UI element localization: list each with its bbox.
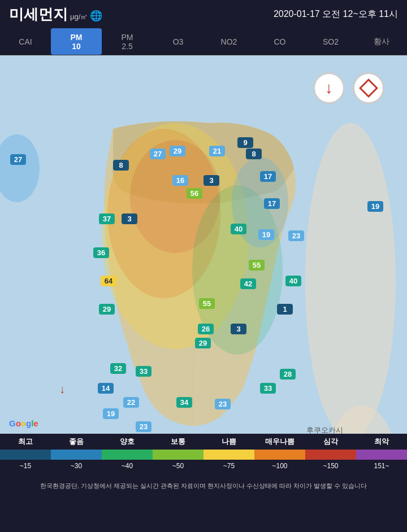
map-badge-21: 42	[240, 278, 256, 289]
map-badge-16: 23	[288, 230, 304, 241]
legend-color-심각	[305, 450, 356, 460]
tab-co[interactable]: CO	[254, 28, 305, 55]
tab-hwangsa[interactable]: 황사	[356, 28, 407, 55]
map-badge-13: 37	[99, 213, 115, 224]
map-badge-29: 28	[280, 369, 296, 380]
map-badge-10: 3	[204, 175, 219, 186]
map-badge-34: 22	[123, 397, 139, 408]
legend-label-매우나쁨: 매우나쁨	[254, 437, 305, 447]
legend-color-나쁨	[204, 450, 254, 460]
who-icon: 🌐	[90, 10, 102, 22]
map-badge-12: 17	[264, 198, 280, 209]
map-badge-30: 33	[260, 383, 276, 394]
svg-point-1	[305, 123, 396, 434]
map-badge-7: 17	[260, 171, 276, 182]
map-badge-18: 36	[93, 247, 109, 258]
legend-ranges: ~15~30~40~50~75~100~150151~	[0, 460, 407, 472]
legend-label-심각: 심각	[305, 437, 356, 447]
header: 미세먼지 μg/㎥ 🌐 2020-01-17 오전 12~오후 11시	[0, 0, 407, 28]
map-badge-25: 1	[277, 304, 293, 315]
legend-color-최악	[356, 450, 407, 460]
legend-range-매우나쁨: ~100	[254, 462, 305, 470]
tab-so2[interactable]: SO2	[305, 28, 356, 55]
map-badge-31: 32	[110, 363, 126, 374]
legend-label-최고: 최고	[0, 437, 51, 447]
tab-no2[interactable]: NO2	[204, 28, 254, 55]
legend-label-나쁨: 나쁨	[204, 437, 254, 447]
google-logo: Google	[9, 418, 38, 428]
legend-range-최고: ~15	[0, 462, 51, 470]
map-badge-33: 14	[98, 383, 114, 394]
map-badge-4: 27	[150, 149, 166, 159]
tab-o3[interactable]: O3	[153, 28, 204, 55]
diamond-icon	[359, 79, 378, 98]
legend-range-좋음: ~30	[51, 462, 102, 470]
map-badge-0: 27	[10, 154, 26, 165]
footer-text: 한국환경공단, 기상청에서 제공되는 실시간 관측된 자료이며 현지사정이나 수…	[40, 482, 367, 490]
map-badge-2: 9	[237, 137, 253, 148]
map-badge-36: 23	[215, 399, 231, 409]
map-badge-37: 19	[103, 408, 119, 419]
map-badge-27: 26	[198, 324, 214, 334]
map-badge-5: 21	[209, 146, 225, 156]
footer-note: 한국환경공단, 기상청에서 제공되는 실시간 관측된 자료이며 현지사정이나 수…	[0, 473, 407, 498]
legend-range-나쁨: ~75	[204, 462, 254, 470]
tab-cai[interactable]: CAI	[0, 28, 51, 55]
fukuoka-label-kr: 후쿠오카시	[306, 425, 343, 434]
legend-color-보통	[153, 450, 204, 460]
down-arrow-icon: ↓	[325, 79, 333, 97]
legend-range-심각: ~150	[305, 462, 356, 470]
nav-down-button[interactable]: ↓	[313, 72, 345, 104]
legend-colors	[0, 450, 407, 460]
legend-label-양호: 양호	[102, 437, 153, 447]
map-badge-11: 56	[187, 188, 202, 199]
legend-color-최고	[0, 450, 51, 460]
map-badge-28: 3	[231, 324, 246, 334]
legend-label-최악: 최악	[356, 437, 407, 447]
map-badge-15: 19	[258, 229, 274, 240]
map-arrow-indicator: ↓	[59, 383, 65, 396]
legend-range-보통: ~50	[153, 462, 204, 470]
tab-pm10[interactable]: PM 10	[51, 28, 102, 55]
map-badge-38: 23	[136, 421, 151, 432]
map-badge-8: 19	[367, 201, 383, 212]
map-badge-35: 34	[176, 397, 192, 408]
map-badge-17: 40	[231, 224, 246, 234]
page-title: 미세먼지	[9, 5, 68, 24]
map-badge-9: 16	[172, 175, 188, 186]
map-badge-6: 8	[246, 149, 262, 159]
map-container: ↓ ↓ 제주 후쿠오카시 福岡 구마모토 熊本 Google 278929272…	[0, 55, 407, 434]
legend-range-최악: 151~	[356, 462, 407, 470]
tab-bar: CAIPM 10PM 2.5O3NO2COSO2황사	[0, 28, 407, 55]
map-badge-19: 55	[249, 260, 265, 271]
map-badge-32: 33	[136, 366, 151, 377]
map-badge-14: 3	[122, 213, 137, 224]
map-badge-26: 29	[195, 338, 211, 348]
map-badge-1: 8	[113, 160, 129, 171]
map-background	[0, 55, 407, 434]
datetime-label: 2020-01-17 오전 12~오후 11시	[274, 8, 398, 20]
tab-pm25[interactable]: PM 2.5	[102, 28, 153, 55]
nav-diamond-button[interactable]	[353, 72, 384, 104]
map-badge-22: 64	[101, 276, 116, 286]
map-badge-24: 29	[99, 304, 115, 315]
legend-label-보통: 보통	[153, 437, 204, 447]
map-badge-23: 55	[199, 298, 215, 309]
legend-labels: 최고좋음양호보통나쁨매우나쁨심각최악	[0, 434, 407, 450]
legend-color-좋음	[51, 450, 102, 460]
legend-label-좋음: 좋음	[51, 437, 102, 447]
legend-color-양호	[102, 450, 153, 460]
legend-color-매우나쁨	[254, 450, 305, 460]
unit-label: μg/㎥	[70, 12, 88, 22]
map-badge-3: 29	[170, 146, 185, 156]
legend: 최고좋음양호보통나쁨매우나쁨심각최악 ~15~30~40~50~75~100~1…	[0, 434, 407, 473]
map-badge-20: 40	[285, 276, 301, 286]
legend-range-양호: ~40	[102, 462, 153, 470]
